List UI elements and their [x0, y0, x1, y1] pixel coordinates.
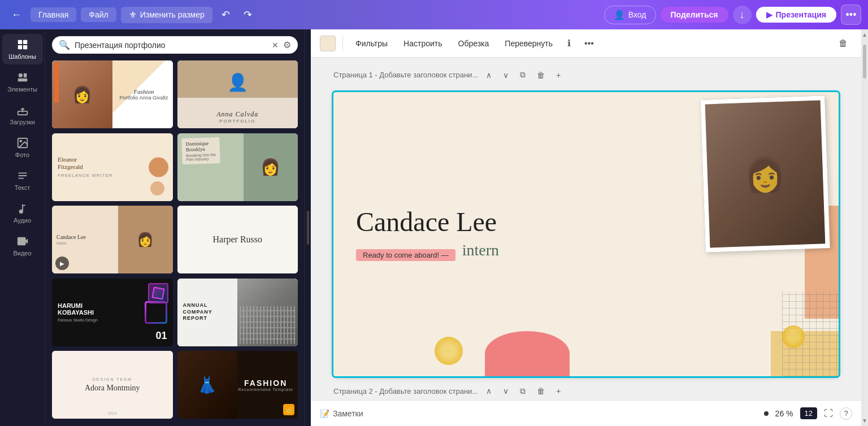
template-card-dominique[interactable]: Dominique Brooklyn Breaking Into theFilm… — [177, 133, 298, 201]
sidebar-item-label: Шаблоны — [8, 53, 36, 60]
blob-decoration — [485, 331, 570, 376]
sidebar-item-label: Текст — [15, 184, 31, 191]
scroll-up-icon[interactable]: ▲ — [861, 31, 868, 39]
trash-icon: 🗑 — [839, 38, 848, 48]
svg-rect-2 — [18, 45, 21, 49]
toolbar-more-button[interactable]: ••• — [580, 36, 598, 51]
template-card-harper[interactable]: Harper Russo — [177, 206, 298, 273]
filters-label: Фильтры — [355, 39, 388, 48]
search-filter-icon[interactable]: ⚙ — [283, 40, 291, 50]
delete-button[interactable]: 🗑 — [834, 36, 852, 51]
page-1-add-button[interactable]: + — [553, 69, 564, 81]
canvas-area: Фильтры Настроить Обрезка Перевернуть ℹ … — [311, 29, 861, 426]
page-1-up-button[interactable]: ∧ — [483, 69, 495, 81]
panel-divider[interactable] — [305, 29, 311, 426]
sidebar-item-label: Аудио — [14, 217, 31, 224]
color-swatch[interactable] — [320, 36, 336, 51]
search-bar: 🔍 ✕ ⚙ — [52, 36, 298, 54]
fullscreen-button[interactable]: ⛶ — [824, 408, 833, 419]
sidebar-item-video[interactable]: Видео — [2, 231, 43, 261]
adjust-button[interactable]: Настроить — [398, 37, 448, 50]
undo-button[interactable]: ↶ — [217, 6, 235, 24]
page-number: 12 — [800, 407, 817, 419]
home-label: Главная — [38, 10, 68, 19]
template-card-candace[interactable]: 👩 Candace Lee intern ▶ — [52, 206, 173, 273]
svg-point-4 — [18, 73, 22, 77]
page-1-down-button[interactable]: ∨ — [500, 69, 512, 81]
notes-icon: 📝 — [320, 409, 329, 418]
crop-button[interactable]: Обрезка — [453, 37, 495, 50]
more-options-button[interactable]: ••• — [841, 5, 861, 25]
more-icon: ••• — [846, 9, 857, 21]
slide-1-left: Candace Lee Ready to come aboard! — inte… — [333, 185, 839, 284]
search-clear-icon[interactable]: ✕ — [272, 41, 279, 50]
help-button[interactable]: ? — [840, 407, 852, 420]
flower-decor-2 — [782, 325, 805, 348]
page-2-delete-button[interactable]: 🗑 — [533, 385, 548, 397]
page-2-label-text: Страница 2 - Добавьте заголовок страни..… — [333, 387, 478, 395]
present-icon: ▶ — [766, 10, 772, 19]
crop-label: Обрезка — [458, 39, 489, 48]
sidebar-item-uploads[interactable]: Загрузки — [2, 99, 43, 130]
sidebar-item-templates[interactable]: Шаблоны — [2, 34, 43, 64]
signin-button[interactable]: 👤 Вход — [604, 6, 656, 24]
redo-button[interactable]: ↷ — [239, 6, 257, 24]
svg-rect-0 — [18, 40, 21, 44]
present-button[interactable]: ▶ Презентация — [756, 7, 836, 23]
sidebar-item-elements[interactable]: Элементы — [2, 67, 43, 97]
flip-label: Перевернуть — [505, 39, 553, 48]
canvas-scroll[interactable]: Страница 1 - Добавьте заголовок страни..… — [311, 58, 861, 400]
home-button[interactable]: Главная — [31, 7, 76, 22]
share-button[interactable]: Поделиться — [661, 7, 728, 23]
page-2-label: Страница 2 - Добавьте заголовок страни..… — [333, 385, 839, 397]
page-2-down-button[interactable]: ∨ — [500, 385, 512, 397]
share-label: Поделиться — [671, 10, 718, 19]
slide-1[interactable]: Candace Lee Ready to come aboard! — inte… — [333, 92, 839, 376]
slide-1-container: Candace Lee Ready to come aboard! — inte… — [333, 92, 839, 376]
search-input[interactable] — [75, 41, 267, 50]
page-2-up-button[interactable]: ∧ — [483, 385, 495, 397]
resize-label: Изменить размер — [140, 10, 205, 19]
scroll-down-icon[interactable]: ▼ — [861, 416, 868, 425]
filters-button[interactable]: Фильтры — [350, 37, 393, 50]
sidebar-item-photos[interactable]: Фото — [2, 132, 43, 163]
resize-button[interactable]: ⚜ Изменить размер — [121, 7, 212, 23]
template-card-eleanor[interactable]: EleanorFitzgerald FREELANCE WRITER — [52, 133, 173, 201]
page-1-delete-button[interactable]: 🗑 — [533, 69, 548, 81]
present-label: Презентация — [776, 10, 826, 19]
slide-subtitle: Ready to come aboard! — — [356, 249, 455, 261]
svg-rect-5 — [23, 73, 27, 77]
sidebar-item-label: Элементы — [7, 86, 37, 93]
toolbar-more-icon: ••• — [584, 38, 594, 49]
template-card-adora[interactable]: DESIGN TEAM Adora Montminy 2024 — [52, 351, 173, 419]
sidebar-item-label: Фото — [15, 151, 29, 158]
right-scrollbar[interactable]: ▲ ▼ — [861, 29, 868, 426]
file-button[interactable]: Файл — [81, 7, 116, 22]
template-card-fashion2[interactable]: 👗 FASHION Recommended Template 👑 — [177, 351, 298, 419]
template-card-harumi[interactable]: HARUMIKOBAYASHI Famous Studio Design 01 — [52, 279, 173, 346]
scroll-thumb — [863, 39, 866, 416]
page-1-duplicate-button[interactable]: ⧉ — [517, 69, 529, 81]
sidebar: Шаблоны Элементы Загрузки Фото Текст Ауд… — [0, 29, 45, 426]
download-icon: ↓ — [740, 9, 745, 21]
page-2-duplicate-button[interactable]: ⧉ — [517, 385, 529, 397]
sidebar-item-audio[interactable]: Аудио — [2, 198, 43, 228]
info-button[interactable]: ℹ — [563, 36, 575, 51]
template-card-fashion1[interactable]: 👩 Fashion Portfolio Anna Givaltz — [52, 60, 173, 128]
sidebar-item-text[interactable]: Текст — [2, 165, 43, 195]
svg-rect-6 — [18, 79, 27, 82]
template-card-anna[interactable]: 👤 Anna Calvda PORTFOLIO — [177, 60, 298, 128]
notes-button[interactable]: 📝 Заметки — [320, 409, 363, 418]
page-2-add-button[interactable]: + — [553, 385, 564, 397]
svg-rect-3 — [23, 45, 27, 49]
panel-collapse-handle — [307, 211, 309, 245]
template-card-annual[interactable]: ANNUALCOMPANYREPORT — [177, 279, 298, 346]
download-button[interactable]: ↓ — [733, 6, 752, 24]
search-icon: 🔍 — [59, 40, 70, 50]
bottom-bar: 📝 Заметки 26 % 12 ⛶ ? — [311, 400, 861, 426]
flip-button[interactable]: Перевернуть — [499, 37, 558, 50]
top-navigation: ← Главная Файл ⚜ Изменить размер ↶ ↷ 👤 В… — [0, 0, 868, 29]
signin-label: Вход — [628, 10, 646, 19]
back-button[interactable]: ← — [7, 6, 26, 24]
slide-name: Candace Lee — [356, 207, 816, 237]
